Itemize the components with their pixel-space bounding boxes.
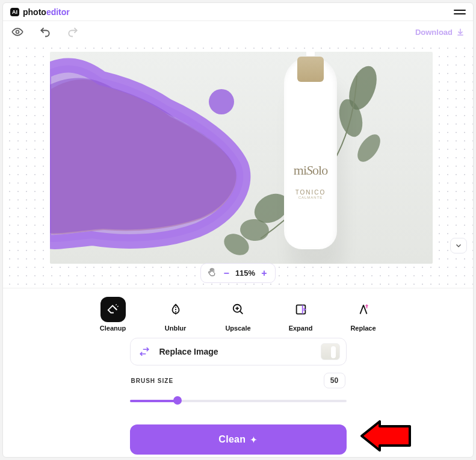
clean-button-label: Clean	[218, 434, 246, 445]
hand-icon	[207, 267, 217, 277]
photo-bottle: miSolo TONICO CALMANTE	[284, 57, 337, 249]
tool-tabs: Cleanup Unblur Upscale Expand Replace	[3, 288, 473, 338]
eye-icon	[11, 26, 23, 38]
swap-icon	[139, 346, 150, 357]
replace-image-label: Replace Image	[159, 347, 314, 356]
tab-label: Cleanup	[100, 325, 126, 332]
undo-icon	[39, 26, 51, 38]
zoom-in-icon	[232, 303, 245, 316]
logo-badge: AI	[10, 8, 19, 16]
tab-unblur[interactable]: Unblur	[158, 297, 193, 332]
undo-button[interactable]	[39, 26, 51, 38]
menu-button[interactable]	[454, 10, 466, 14]
logo-text-2: editor	[46, 7, 70, 17]
unblur-icon	[169, 303, 182, 316]
download-label: Download	[415, 28, 453, 37]
toolbar: Download	[3, 21, 473, 42]
logo-text-1: photo	[23, 7, 46, 17]
tab-label: Replace	[350, 325, 376, 332]
expand-icon	[294, 303, 308, 316]
tab-replace[interactable]: Replace	[346, 297, 381, 332]
annotation-arrow	[358, 420, 412, 452]
replace-icon	[357, 303, 370, 316]
sparkle-icon: ✦	[250, 435, 257, 444]
tab-expand[interactable]: Expand	[283, 297, 318, 332]
download-button[interactable]: Download	[415, 28, 465, 37]
tab-upscale[interactable]: Upscale	[221, 297, 256, 332]
replace-image-button[interactable]: Replace Image	[130, 338, 347, 365]
preview-button[interactable]	[11, 26, 23, 38]
collapse-panel-button[interactable]	[450, 238, 467, 253]
brush-size-value[interactable]: 50	[324, 373, 345, 388]
tab-label: Unblur	[165, 325, 186, 332]
selection-dot	[209, 89, 234, 114]
zoom-level: 115%	[235, 269, 255, 278]
tab-label: Upscale	[225, 325, 250, 332]
eraser-icon	[107, 303, 120, 316]
bottle-brand: miSolo	[284, 163, 337, 178]
editing-image[interactable]: miSolo TONICO CALMANTE	[50, 52, 433, 264]
zoom-out-button[interactable]: −	[221, 268, 232, 279]
svg-point-0	[16, 31, 19, 34]
download-icon	[456, 28, 465, 36]
zoom-control: − 115% +	[200, 263, 276, 283]
svg-rect-8	[296, 305, 305, 314]
zoom-in-button[interactable]: +	[259, 268, 269, 279]
selection-mask	[50, 52, 433, 264]
redo-button[interactable]	[67, 26, 79, 38]
bottle-sub2: CALMANTE	[284, 196, 337, 199]
tool-panel: Replace Image BRUSH SIZE 50 Clean ✦	[130, 338, 347, 455]
image-thumbnail	[321, 343, 340, 360]
brush-size-label: BRUSH SIZE	[131, 378, 174, 384]
app-header: AI photoeditor	[3, 3, 473, 21]
redo-icon	[67, 26, 79, 38]
bottle-sub1: TONICO	[284, 189, 337, 196]
app-logo: AI photoeditor	[10, 7, 70, 17]
canvas-area: miSolo TONICO CALMANTE − 115% +	[3, 42, 473, 288]
pan-tool[interactable]	[207, 267, 217, 279]
tab-label: Expand	[289, 325, 313, 332]
tab-cleanup[interactable]: Cleanup	[96, 297, 131, 332]
clean-button[interactable]: Clean ✦	[130, 424, 347, 455]
chevron-down-icon	[454, 241, 463, 250]
brush-size-slider[interactable]	[130, 394, 347, 406]
